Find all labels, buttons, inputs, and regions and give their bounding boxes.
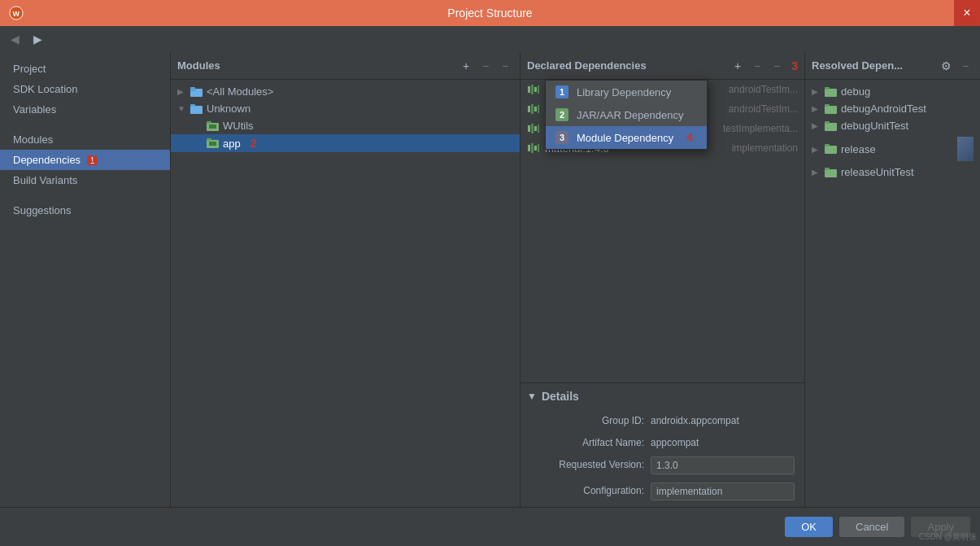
svg-rect-26 (531, 143, 534, 153)
svg-rect-17 (528, 106, 530, 112)
details-input-config[interactable] (651, 483, 795, 500)
resolved-label-releaseunittest: releaseUnitTest (841, 166, 914, 178)
dropdown-item-module[interactable]: 3 Module Dependency 4 (546, 126, 707, 149)
sidebar-item-variables[interactable]: Variables (0, 99, 170, 120)
dependencies-panel-header: Declared Dependencies + − − 3 (520, 52, 804, 80)
svg-rect-23 (534, 126, 537, 131)
svg-rect-28 (538, 144, 539, 152)
add-dependency-dropdown: 1 Library Dependency 2 JAR/AAR Dependenc… (545, 80, 708, 150)
dropdown-item-library[interactable]: 1 Library Dependency (546, 81, 707, 103)
details-value-groupid: androidx.appcompat (651, 413, 795, 426)
cancel-button[interactable]: Cancel (839, 517, 904, 537)
svg-rect-12 (209, 142, 216, 146)
folder-icon-debug (825, 86, 838, 98)
resolved-item-debugandroidtest[interactable]: ▶ debugAndroidTest (805, 100, 980, 117)
svg-rect-37 (825, 169, 837, 177)
resolved-minimize-button[interactable]: − (957, 58, 973, 74)
back-button[interactable]: ◀ (7, 33, 23, 46)
tree-label-wutils: WUtils (223, 120, 254, 132)
modules-add-button[interactable]: + (458, 58, 474, 74)
svg-rect-14 (531, 85, 534, 94)
svg-rect-8 (207, 121, 211, 124)
details-input-version[interactable] (651, 456, 795, 474)
modules-panel-actions: + − − (458, 58, 513, 74)
resolved-arrow-debugandroidtest: ▶ (812, 104, 821, 113)
resolved-settings-button[interactable]: ⚙ (938, 58, 954, 74)
svg-rect-4 (190, 87, 195, 90)
nav-row: ◀ ▶ (0, 26, 980, 52)
modules-minimize-button[interactable]: − (497, 58, 513, 74)
details-title: Details (542, 390, 579, 403)
sidebar-item-build-variants[interactable]: Build Variants (0, 170, 170, 190)
sidebar-item-modules[interactable]: Modules (0, 129, 170, 150)
folder-icon-unknown (190, 103, 203, 115)
details-value-artifact: appcompat (651, 435, 795, 448)
ok-button[interactable]: OK (785, 517, 833, 537)
tree-item-app[interactable]: app 2 (171, 134, 520, 152)
folder-icon-debugandroidtest (825, 103, 838, 115)
svg-rect-13 (528, 86, 530, 93)
tree-item-unknown[interactable]: ▼ Unknown (171, 100, 520, 117)
dep-scope-espresso: androidTestIm... (729, 84, 798, 95)
dropdown-num-1: 1 (555, 85, 568, 98)
folder-icon-all-modules (190, 86, 203, 98)
details-section: ▼ Details Group ID: androidx.appcompat A… (520, 382, 804, 507)
details-toggle-button[interactable]: ▼ (527, 391, 537, 402)
forward-button[interactable]: ▶ (29, 33, 46, 46)
dependencies-panel: Declared Dependencies + − − 3 1 Library … (520, 52, 805, 507)
folder-icon-app (207, 138, 220, 149)
resolved-tree: ▶ debug ▶ debugAndroidTest ▶ (805, 80, 980, 507)
dropdown-label-library: Library Dependency (577, 86, 671, 98)
sidebar-item-dependencies[interactable]: Dependencies 1 (0, 150, 170, 170)
tree-arrow-all-modules: ▶ (177, 87, 187, 96)
tree-item-all-modules[interactable]: ▶ <All Modules> (171, 83, 520, 100)
dependencies-remove-button[interactable]: − (749, 58, 765, 74)
tree-label-all-modules: <All Modules> (207, 85, 273, 98)
dropdown-label-module: Module Dependency (577, 132, 673, 144)
svg-rect-38 (825, 168, 830, 170)
svg-rect-11 (207, 138, 211, 141)
dep-scope-junit4: testImplementa... (723, 123, 798, 134)
folder-icon-wutils (207, 120, 220, 132)
svg-rect-19 (534, 107, 537, 111)
svg-rect-20 (538, 105, 539, 113)
resolved-panel: Resolved Depen... ⚙ − ▶ debug ▶ (805, 52, 980, 507)
resolved-arrow-releaseunittest: ▶ (812, 168, 821, 177)
resolved-item-debugunittest[interactable]: ▶ debugUnitTest (805, 117, 980, 134)
tree-item-wutils[interactable]: WUtils (171, 117, 520, 134)
dependencies-panel-title: Declared Dependencies (527, 59, 647, 72)
dep-icon-material (527, 142, 540, 155)
folder-icon-release (825, 143, 838, 155)
sidebar-gap-2 (0, 190, 170, 200)
svg-rect-27 (534, 146, 537, 151)
dropdown-item-jar[interactable]: 2 JAR/AAR Dependency (546, 103, 707, 126)
modules-panel: Modules + − − ▶ <All Modules> (171, 52, 520, 507)
panels: Project SDK Location Variables Modules D… (0, 52, 980, 507)
resolved-item-debug[interactable]: ▶ debug (805, 83, 980, 100)
folder-icon-releaseunittest (825, 167, 838, 178)
close-button[interactable]: × (954, 0, 980, 26)
label-2: 2 (250, 137, 257, 150)
tree-label-unknown: Unknown (207, 103, 250, 115)
resolved-arrow-debug: ▶ (812, 87, 821, 96)
dependencies-add-button[interactable]: + (730, 58, 746, 74)
resolved-panel-title: Resolved Depen... (812, 59, 903, 72)
dropdown-label-jar: JAR/AAR Dependency (577, 109, 684, 121)
modules-remove-button[interactable]: − (477, 58, 494, 74)
sidebar-item-suggestions[interactable]: Suggestions (0, 200, 170, 221)
svg-rect-22 (531, 124, 534, 133)
dropdown-num-3: 3 (555, 131, 568, 144)
sidebar-item-sdk-location[interactable]: SDK Location (0, 79, 170, 99)
sidebar-item-project[interactable]: Project (0, 59, 170, 79)
dependencies-minimize-button[interactable]: − (769, 58, 785, 74)
svg-rect-33 (825, 123, 837, 131)
resolved-item-release[interactable]: ▶ release (805, 134, 980, 164)
svg-rect-32 (825, 104, 830, 107)
resolved-item-releaseunittest[interactable]: ▶ releaseUnitTest (805, 164, 980, 181)
dependencies-panel-actions: + − − 3 (730, 58, 798, 74)
svg-rect-36 (825, 144, 830, 146)
resolved-label-release: release (841, 143, 876, 155)
label-4: 4 (686, 131, 693, 144)
resolved-panel-header: Resolved Depen... ⚙ − (805, 52, 980, 80)
dependencies-badge: 1 (87, 156, 98, 165)
